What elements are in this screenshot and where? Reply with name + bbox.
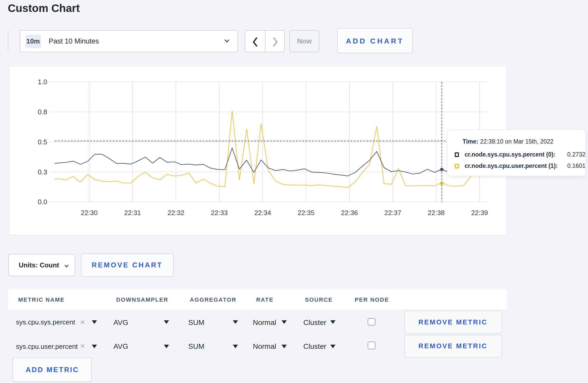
svg-text:22:30: 22:30 — [80, 209, 97, 216]
svg-text:22:34: 22:34 — [254, 209, 271, 216]
svg-text:0.8: 0.8 — [38, 108, 47, 116]
svg-text:22:32: 22:32 — [167, 209, 184, 216]
svg-text:0.0: 0.0 — [38, 198, 47, 205]
svg-text:22:36: 22:36 — [341, 209, 358, 216]
svg-text:22:38: 22:38 — [428, 209, 444, 216]
svg-text:22:33: 22:33 — [211, 209, 227, 216]
svg-text:22:37: 22:37 — [384, 209, 401, 216]
svg-text:0.3: 0.3 — [38, 168, 47, 176]
svg-text:22:35: 22:35 — [297, 209, 314, 216]
svg-text:1.0: 1.0 — [38, 78, 47, 86]
svg-text:22:31: 22:31 — [124, 209, 141, 216]
svg-text:0.5: 0.5 — [38, 138, 47, 146]
svg-text:22:39: 22:39 — [471, 209, 488, 216]
